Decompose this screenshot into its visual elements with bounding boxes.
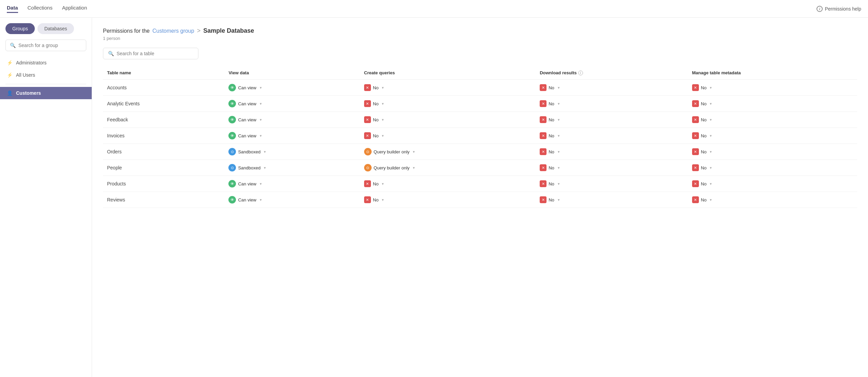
download-results-dropdown[interactable]: ▾ [558, 150, 560, 154]
manage-metadata-dropdown[interactable]: ▾ [710, 118, 712, 122]
manage-metadata-dropdown[interactable]: ▾ [710, 86, 712, 90]
view-data-dropdown[interactable]: ▾ [264, 150, 266, 154]
row-download-results: ✕ No ▾ [536, 176, 688, 192]
row-create-queries: ✕ No ▾ [360, 192, 536, 208]
sidebar-item-administrators[interactable]: ⚡ Administrators [0, 57, 92, 69]
manage-metadata-label: No [701, 149, 707, 154]
create-queries-dropdown[interactable]: ▾ [382, 86, 384, 90]
create-queries-label: No [373, 117, 379, 122]
create-queries-label: Query builder only [374, 149, 410, 154]
databases-toggle-button[interactable]: Databases [38, 23, 74, 34]
view-data-dropdown[interactable]: ▾ [260, 182, 262, 186]
create-queries-label: No [373, 85, 379, 90]
col-view-data: View data [224, 67, 360, 80]
row-view-data: ⊙ Sandboxed ▾ [224, 144, 360, 160]
download-results-no-icon: ✕ [540, 148, 547, 155]
nav-tabs: Data Collections Application [7, 5, 87, 13]
create-queries-label: No [373, 101, 379, 106]
create-queries-dropdown[interactable]: ▾ [382, 182, 384, 186]
download-results-no-icon: ✕ [540, 100, 547, 107]
top-navigation: Data Collections Application i Permissio… [0, 0, 868, 18]
create-queries-dropdown[interactable]: ▾ [413, 166, 415, 170]
manage-metadata-dropdown[interactable]: ▾ [710, 150, 712, 154]
row-view-data: 👁 Can view ▾ [224, 96, 360, 112]
create-queries-dropdown[interactable]: ▾ [382, 134, 384, 138]
row-download-results: ✕ No ▾ [536, 112, 688, 128]
view-data-label: Can view [238, 133, 256, 138]
manage-metadata-no-icon: ✕ [692, 100, 699, 107]
row-create-queries: ✕ No ▾ [360, 112, 536, 128]
manage-metadata-dropdown[interactable]: ▾ [710, 182, 712, 186]
manage-metadata-label: No [701, 133, 707, 138]
download-results-no-icon: ✕ [540, 84, 547, 91]
manage-metadata-no-icon: ✕ [692, 196, 699, 203]
create-queries-dropdown[interactable]: ▾ [382, 118, 384, 122]
manage-metadata-dropdown[interactable]: ▾ [710, 134, 712, 138]
download-results-dropdown[interactable]: ▾ [558, 182, 560, 186]
sandboxed-icon: ⊙ [228, 148, 236, 155]
tab-collections[interactable]: Collections [28, 5, 53, 13]
row-table-name: People [103, 160, 224, 176]
sidebar: Groups Databases 🔍 ⚡ Administrators ⚡ Al… [0, 18, 92, 377]
group-search-input[interactable] [18, 43, 82, 48]
download-results-label: No [549, 197, 554, 202]
view-data-dropdown[interactable]: ▾ [260, 118, 262, 122]
download-results-no-icon: ✕ [540, 180, 547, 187]
create-queries-dropdown[interactable]: ▾ [413, 150, 415, 154]
download-results-dropdown[interactable]: ▾ [558, 102, 560, 106]
main-layout: Groups Databases 🔍 ⚡ Administrators ⚡ Al… [0, 18, 868, 377]
download-results-dropdown[interactable]: ▾ [558, 134, 560, 138]
create-queries-query-icon: ⊙ [364, 148, 372, 155]
row-create-queries: ⊙ Query builder only ▾ [360, 144, 536, 160]
download-results-dropdown[interactable]: ▾ [558, 118, 560, 122]
col-download-results: Download results i [536, 67, 688, 80]
view-data-dropdown[interactable]: ▾ [260, 86, 262, 90]
tab-application[interactable]: Application [62, 5, 87, 13]
row-create-queries: ✕ No ▾ [360, 128, 536, 144]
eye-icon: 👁 [228, 116, 236, 123]
view-data-dropdown[interactable]: ▾ [260, 198, 262, 202]
create-queries-no-icon: ✕ [364, 132, 371, 139]
manage-metadata-dropdown[interactable]: ▾ [710, 198, 712, 202]
row-table-name: Analytic Events [103, 96, 224, 112]
view-data-dropdown[interactable]: ▾ [264, 166, 266, 170]
row-view-data: 👁 Can view ▾ [224, 192, 360, 208]
download-results-no-icon: ✕ [540, 164, 547, 171]
manage-metadata-dropdown[interactable]: ▾ [710, 166, 712, 170]
breadcrumb-group-link[interactable]: Customers group [152, 28, 194, 34]
view-data-label: Can view [238, 181, 256, 186]
view-data-label: Can view [238, 197, 256, 202]
manage-metadata-label: No [701, 197, 707, 202]
eye-icon: 👁 [228, 100, 236, 107]
create-queries-dropdown[interactable]: ▾ [382, 102, 384, 106]
permissions-help-button[interactable]: i Permissions help [817, 6, 861, 12]
permissions-table: Table name View data Create queries Down… [103, 67, 857, 208]
table-search-box[interactable]: 🔍 [103, 48, 198, 59]
create-queries-label: No [373, 133, 379, 138]
view-data-dropdown[interactable]: ▾ [260, 102, 262, 106]
row-view-data: 👁 Can view ▾ [224, 128, 360, 144]
download-results-label: No [549, 133, 554, 138]
download-results-dropdown[interactable]: ▾ [558, 86, 560, 90]
table-row: Accounts 👁 Can view ▾ ✕ No ▾ ✕ No ▾ ✕ No… [103, 80, 857, 96]
groups-toggle-button[interactable]: Groups [5, 23, 35, 34]
sidebar-item-customers[interactable]: 👤 Customers [0, 87, 92, 99]
table-row: Reviews 👁 Can view ▾ ✕ No ▾ ✕ No ▾ ✕ No … [103, 192, 857, 208]
table-search-input[interactable] [117, 51, 193, 56]
download-results-dropdown[interactable]: ▾ [558, 166, 560, 170]
download-results-info-icon[interactable]: i [578, 71, 583, 75]
download-results-dropdown[interactable]: ▾ [558, 198, 560, 202]
tab-data[interactable]: Data [7, 5, 18, 13]
row-view-data: 👁 Can view ▾ [224, 176, 360, 192]
create-queries-no-icon: ✕ [364, 100, 371, 107]
download-results-label: No [549, 165, 554, 170]
view-data-dropdown[interactable]: ▾ [260, 134, 262, 138]
group-search-box[interactable]: 🔍 [5, 40, 86, 51]
sidebar-item-all-users-label: All Users [16, 72, 35, 78]
sidebar-item-all-users[interactable]: ⚡ All Users [0, 69, 92, 81]
create-queries-dropdown[interactable]: ▾ [382, 198, 384, 202]
row-download-results: ✕ No ▾ [536, 128, 688, 144]
manage-metadata-no-icon: ✕ [692, 180, 699, 187]
row-table-name: Reviews [103, 192, 224, 208]
manage-metadata-dropdown[interactable]: ▾ [710, 102, 712, 106]
